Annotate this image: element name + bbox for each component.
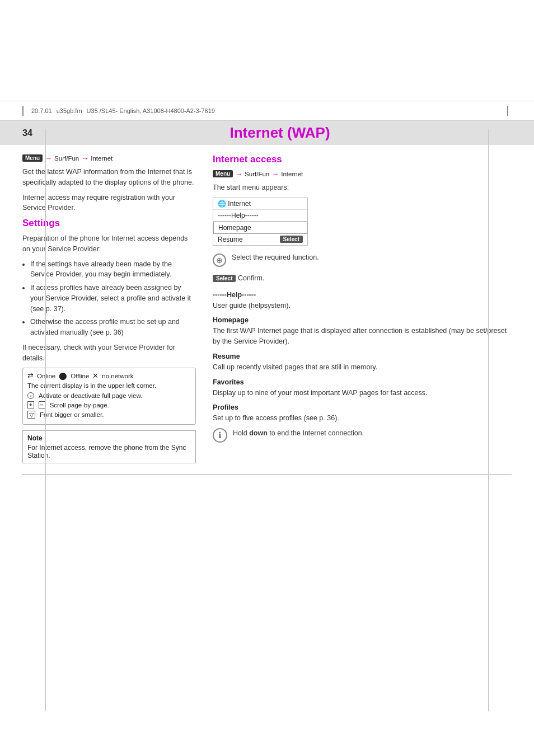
bullet-1: If the settings have already been made b…: [30, 259, 196, 280]
plus-icon: +: [27, 401, 34, 408]
status-desc: The current display is in the upper left…: [27, 382, 191, 389]
settings-text: Preparation of the phone for Internet ac…: [22, 233, 196, 255]
font-icon: ▽: [27, 411, 35, 419]
menu-item-resume: Resume Select: [213, 234, 307, 245]
resume-text: Call up recently visited pages that are …: [213, 362, 512, 373]
check-text: If necessary, check with your Service Pr…: [22, 342, 196, 364]
right-column: Internet access Menu → Surf/Fun → Intern…: [213, 145, 512, 463]
intro-text-2: Internet access may require registration…: [22, 192, 196, 214]
settings-heading: Settings: [22, 218, 196, 229]
nonetwork-icon: ✕: [92, 372, 99, 380]
left-column: Menu → Surf/Fun → Internet Get the lates…: [22, 145, 196, 463]
confirm-text: Confirm.: [238, 274, 264, 282]
header-doc: U35 /SL45- English, A31008-H4800-A2-3-76…: [87, 107, 215, 114]
start-menu-box: 🌐 Internet ------Help------ Homepage Res…: [213, 198, 308, 246]
right-breadcrumb-internet: Internet: [281, 171, 303, 177]
font-text: Font bigger or smaller.: [40, 411, 104, 418]
page-title: Internet (WAP): [48, 124, 512, 142]
header-date: 20.7.01: [31, 107, 52, 114]
note-title: Note: [27, 434, 191, 442]
settings-bullets: If the settings have already been made b…: [22, 259, 196, 338]
intro-text-1: Get the latest WAP information from the …: [22, 167, 196, 188]
note-box: Note For Internet access, remove the pho…: [22, 430, 196, 463]
favorites-heading: Favorites: [213, 378, 512, 386]
info-icon: ℹ: [213, 428, 227, 443]
fullpage-row: Activate or deactivate full page view.: [27, 392, 191, 399]
start-menu-label: The start menu appears:: [213, 182, 512, 193]
arrow1: →: [45, 154, 52, 162]
profiles-heading: Profiles: [213, 403, 512, 411]
scroll-row: + − Scroll page-by-page.: [27, 401, 191, 408]
menu-badge: Menu: [22, 154, 43, 162]
note-text: For Internet access, remove the phone fr…: [27, 444, 186, 459]
right-breadcrumb: Menu → Surf/Fun → Internet: [213, 170, 512, 178]
hold-desc2: to end the Internet connection.: [269, 429, 364, 437]
offline-icon: ⬤: [59, 372, 67, 380]
header-file: u35gb.fm: [57, 107, 82, 114]
online-icon: ⇄: [27, 372, 34, 380]
hold-down-row: ℹ Hold down to end the Internet connecti…: [213, 428, 512, 443]
right-breadcrumb-surfun: Surf/Fun: [245, 171, 269, 177]
homepage-text: The first WAP Internet page that is disp…: [213, 326, 512, 347]
font-row: ▽ Font bigger or smaller.: [27, 411, 191, 419]
confirm-select-badge: Select: [213, 275, 236, 282]
scroll-text: Scroll page-by-page.: [50, 402, 109, 408]
menu-item-help: ------Help------: [213, 210, 307, 222]
online-label: Online: [37, 373, 55, 379]
nav-desc: Select the required function.: [232, 252, 319, 263]
resume-heading: Resume: [213, 353, 512, 360]
title-bar: 34 Internet (WAP): [0, 121, 534, 145]
nav-icon-row: ⊕ Select the required function.: [213, 252, 512, 267]
page-number: 34: [22, 128, 39, 138]
bullet-3: Otherwise the access profile must be set…: [30, 317, 196, 338]
internet-access-heading: Internet access: [213, 154, 512, 165]
nonetwork-label: no network: [102, 373, 133, 379]
homepage-heading: Homepage: [213, 316, 512, 324]
select-button[interactable]: Select: [280, 236, 303, 243]
profiles-text: Set up to five access profiles (see p. 3…: [213, 413, 512, 424]
fullpage-text: Activate or deactivate full page view.: [39, 392, 142, 399]
fullpage-icon: [27, 392, 34, 399]
confirm-row: Select Confirm.: [213, 273, 512, 285]
breadcrumb-surfun: Surf/Fun: [54, 155, 79, 162]
hold-desc1: Hold: [233, 429, 247, 437]
help-text: User guide (helpsystem).: [213, 300, 512, 311]
help-heading: ------Help------: [213, 291, 512, 299]
right-menu-badge: Menu: [213, 170, 233, 177]
content-area: Menu → Surf/Fun → Internet Get the lates…: [0, 145, 534, 463]
bullet-2: If access profiles have already been ass…: [30, 283, 196, 314]
bottom-rule: [22, 475, 512, 475]
hold-bold: down: [249, 429, 268, 437]
right-arrow2: →: [271, 170, 279, 178]
arrow2: →: [81, 154, 88, 162]
breadcrumb-internet: Internet: [91, 155, 113, 162]
offline-label: Offline: [71, 373, 89, 379]
menu-item-homepage: Homepage: [213, 222, 307, 234]
hold-down-text: Hold down to end the Internet connection…: [233, 428, 364, 439]
right-arrow1: →: [235, 170, 242, 178]
menu-item-internet: 🌐 Internet: [213, 198, 307, 210]
minus-icon: −: [39, 401, 45, 408]
page-header: 20.7.01 u35gb.fm U35 /SL45- English, A31…: [0, 101, 534, 121]
nav-circle-icon: ⊕: [213, 253, 226, 267]
favorites-text: Display up to nine of your most importan…: [213, 388, 512, 398]
icon-table: ⇄ Online ⬤ Offline ✕ no network The curr…: [22, 368, 196, 425]
left-breadcrumb: Menu → Surf/Fun → Internet: [22, 154, 196, 162]
